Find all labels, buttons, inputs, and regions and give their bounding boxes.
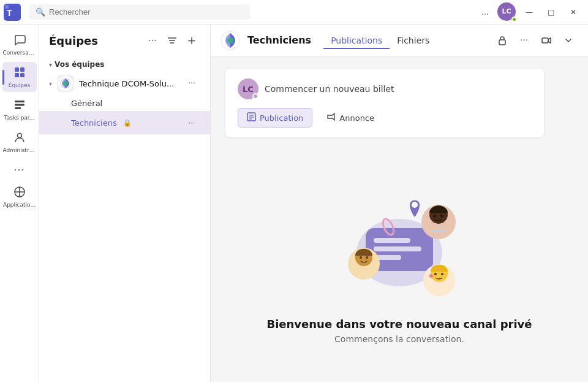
sidebar-item-admin[interactable]: Administrat... <box>2 127 37 157</box>
svg-rect-22 <box>542 38 548 43</box>
svg-point-18 <box>63 81 68 86</box>
chevron-icon: ▾ <box>49 61 52 68</box>
svg-point-44 <box>434 273 437 275</box>
svg-point-37 <box>366 256 368 259</box>
minimize-button[interactable]: — <box>519 2 539 22</box>
sidebar-item-apps[interactable]: Applicatio... <box>2 181 37 212</box>
new-post-header: LC Commencer un nouveau billet <box>238 78 532 99</box>
titlebar-left: T 🔍 <box>0 0 475 25</box>
svg-point-40 <box>434 215 437 218</box>
svg-rect-4 <box>20 67 24 72</box>
svg-rect-5 <box>15 73 19 77</box>
channel-name-techniciens: Techniciens <box>71 118 117 128</box>
sidebar-item-label-conversations: Conversat... <box>3 50 36 56</box>
tab-publications[interactable]: Publications <box>323 33 390 49</box>
sidebar-item-label-admin: Administrat... <box>3 147 36 153</box>
titlebar: T 🔍 ... LC — □ ✕ <box>0 0 588 25</box>
teams-header: Équipes ··· + <box>39 25 210 54</box>
channel-more-button[interactable]: ··· <box>183 114 200 131</box>
new-post-card: LC Commencer un nouveau billet <box>225 69 544 137</box>
main-container: Conversat... Équipes Tasks <box>0 25 588 382</box>
svg-rect-8 <box>15 104 24 106</box>
filter-button[interactable] <box>164 32 181 49</box>
lock-header-icon[interactable] <box>492 31 512 50</box>
teams-panel: Équipes ··· + ▾ Vo <box>39 25 211 382</box>
channel-header-actions: ··· <box>492 31 578 50</box>
app-icon: T <box>0 0 24 25</box>
channel-item-general[interactable]: Général <box>39 96 210 111</box>
maximize-button[interactable]: □ <box>541 2 561 22</box>
team-collapse-icon: ▾ <box>49 80 52 87</box>
teams-icon <box>13 66 26 81</box>
channel-tabs: Publications Fichiers <box>323 32 437 48</box>
tab-fichiers[interactable]: Fichiers <box>390 33 437 49</box>
sidebar-item-tasks[interactable]: Tasks par... <box>2 94 37 124</box>
team-item-technique[interactable]: ▾ Technique DCOM-Solu... ··· <box>39 71 210 96</box>
channel-header: Techniciens Publications Fichiers ··· <box>211 25 588 56</box>
svg-rect-6 <box>20 73 24 77</box>
welcome-text: Bienvenue dans votre nouveau canal privé… <box>266 318 532 344</box>
svg-point-36 <box>360 256 362 259</box>
svg-point-41 <box>440 215 443 218</box>
welcome-section: Bienvenue dans votre nouveau canal privé… <box>225 147 573 370</box>
new-post-prompt: Commencer un nouveau billet <box>265 84 394 94</box>
teams-panel-title: Équipes <box>49 34 98 47</box>
sidebar-item-conversations[interactable]: Conversat... <box>2 29 37 59</box>
svg-rect-2 <box>5 5 9 9</box>
welcome-subtitle: Commençons la conversation. <box>266 334 532 344</box>
teams-list: ▾ Vos équipes ▾ Technique DCOM-Solu... <box>39 54 210 382</box>
channel-header-logo <box>221 31 240 50</box>
add-team-button[interactable]: + <box>183 32 200 49</box>
chevron-down-icon[interactable] <box>559 31 578 50</box>
more-apps-icon: ··· <box>13 166 24 175</box>
svg-rect-7 <box>15 101 24 102</box>
channel-item-techniciens[interactable]: Techniciens 🔒 ··· <box>39 111 210 134</box>
sidebar: Conversat... Équipes Tasks <box>0 25 39 382</box>
channel-header-name: Techniciens <box>247 34 311 46</box>
svg-rect-31 <box>374 246 421 251</box>
tasks-icon <box>13 98 26 113</box>
post-avatar: LC <box>238 78 258 99</box>
titlebar-right: ... LC — □ ✕ <box>475 2 583 22</box>
svg-rect-30 <box>374 238 410 243</box>
section-label-vos-equipes[interactable]: ▾ Vos équipes <box>39 56 210 71</box>
video-icon[interactable] <box>537 31 556 50</box>
close-button[interactable]: ✕ <box>564 2 583 22</box>
publication-icon <box>247 112 256 123</box>
admin-icon <box>13 131 26 146</box>
annonce-label: Annonce <box>339 113 374 123</box>
annonce-icon <box>326 112 336 123</box>
post-type-publication[interactable]: Publication <box>238 108 312 128</box>
sidebar-item-label-tasks: Tasks par... <box>4 115 35 121</box>
svg-point-47 <box>412 202 418 208</box>
svg-point-20 <box>227 37 233 44</box>
svg-text:T: T <box>7 8 12 18</box>
sidebar-item-label-teams: Équipes <box>9 82 31 88</box>
channel-name-general: Général <box>71 99 102 108</box>
svg-point-46 <box>429 274 433 278</box>
post-type-buttons: Publication Annonce <box>238 108 532 128</box>
search-icon: 🔍 <box>36 7 45 17</box>
team-more-button[interactable]: ··· <box>183 75 200 92</box>
teams-header-actions: ··· + <box>144 32 200 49</box>
apps-icon <box>13 185 26 201</box>
sidebar-item-more[interactable]: ··· <box>2 162 37 179</box>
publication-label: Publication <box>260 113 303 123</box>
more-button[interactable]: ... <box>475 2 495 22</box>
channel-body: LC Commencer un nouveau billet <box>211 56 588 382</box>
svg-point-45 <box>441 273 443 275</box>
search-bar[interactable]: 🔍 <box>29 4 250 20</box>
post-type-annonce[interactable]: Annonce <box>317 108 383 128</box>
status-indicator <box>511 17 517 22</box>
search-input[interactable] <box>49 7 244 17</box>
more-options-button[interactable]: ··· <box>144 32 161 49</box>
avatar-status <box>252 93 258 99</box>
team-logo <box>57 75 74 92</box>
content-area: Techniciens Publications Fichiers ··· <box>211 25 588 382</box>
more-header-button[interactable]: ··· <box>514 31 534 50</box>
welcome-illustration <box>320 173 479 308</box>
svg-rect-9 <box>15 107 21 109</box>
sidebar-item-teams[interactable]: Équipes <box>2 62 37 92</box>
user-avatar[interactable]: LC <box>497 2 517 22</box>
team-name: Technique DCOM-Solu... <box>79 79 178 88</box>
